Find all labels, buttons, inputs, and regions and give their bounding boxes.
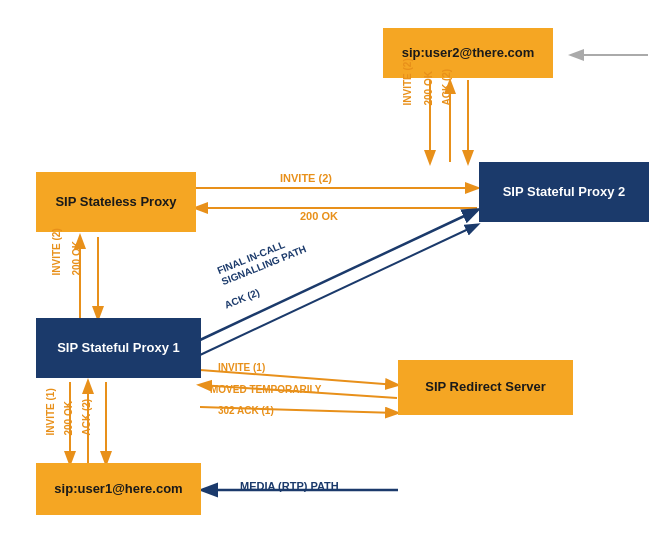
label-media-rtp: MEDIA (RTP) PATH xyxy=(240,480,339,492)
label-200ok-horiz: 200 OK xyxy=(300,210,338,222)
label-invite1-vert: INVITE (1) xyxy=(45,388,56,435)
label-302ack: 302 ACK (1) xyxy=(218,405,274,416)
node-proxy-stateless: SIP Stateless Proxy xyxy=(36,172,196,232)
label-invite2-vert-user2: INVITE (2) xyxy=(402,58,413,105)
sip-diagram: sip:user2@there.com SIP Stateful Proxy 2… xyxy=(0,0,666,546)
node-proxy1: SIP Stateful Proxy 1 xyxy=(36,318,201,378)
label-200ok-vert-proxy1: 200 OK xyxy=(71,241,82,275)
node-user1: sip:user1@here.com xyxy=(36,463,201,515)
label-ack2-vert-user2: ACK (2) xyxy=(441,69,452,106)
label-invite2-horiz: INVITE (2) xyxy=(280,172,332,184)
label-invite1-redirect: INVITE (1) xyxy=(218,362,265,373)
node-proxy2: SIP Stateful Proxy 2 xyxy=(479,162,649,222)
node-redirect: SIP Redirect Server xyxy=(398,360,573,415)
label-final-signalling: FINAL IN-CALLSIGNALLING PATH xyxy=(216,232,309,288)
label-ack2-vert-user1: ACK (2) xyxy=(81,399,92,436)
svg-line-9 xyxy=(200,225,477,355)
label-invite2-vert-proxy1: INVITE (2) xyxy=(51,228,62,275)
label-200ok-vert-user1: 200 OK xyxy=(63,401,74,435)
label-ack2-diagonal: ACK (2) xyxy=(223,287,261,311)
label-moved-temp: MOVED TEMPORARILY xyxy=(210,384,321,395)
label-200ok-vert-user2: 200 OK xyxy=(423,71,434,105)
